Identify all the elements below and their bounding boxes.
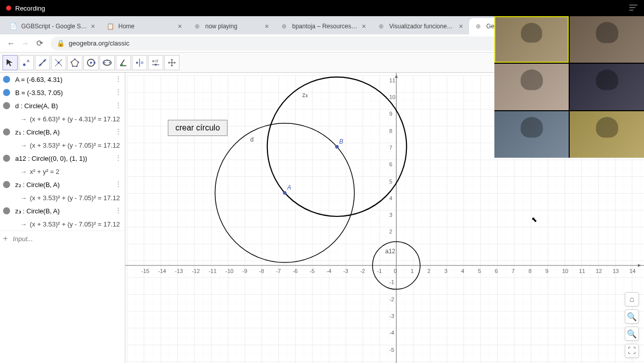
- svg-point-10: [78, 61, 79, 63]
- video-participant-1[interactable]: [494, 16, 569, 63]
- x-tick-label: 2: [428, 268, 431, 274]
- svg-text:A: A: [27, 59, 30, 63]
- visibility-toggle[interactable]: [3, 89, 10, 96]
- item-menu-icon[interactable]: ⋮: [115, 206, 122, 214]
- x-tick-label: 10: [562, 268, 568, 274]
- y-tick-label: 8: [389, 128, 392, 134]
- reload-button[interactable]: ⟳: [32, 36, 47, 51]
- home-view-button[interactable]: ⌂: [625, 292, 639, 306]
- back-button[interactable]: ←: [4, 36, 18, 51]
- item-menu-icon[interactable]: ⋮: [115, 75, 122, 83]
- browser-tab-3[interactable]: ⊕bpantoja – Resources – Geo×: [275, 18, 371, 34]
- item-menu-icon[interactable]: ⋮: [115, 154, 122, 162]
- x-tick-label: -2: [360, 268, 365, 274]
- tool-move[interactable]: [3, 55, 18, 70]
- video-participant-3[interactable]: [494, 64, 569, 110]
- mouse-cursor: ⬉: [531, 215, 537, 223]
- browser-tab-0[interactable]: 📄GGBScript - Google Slides×: [4, 18, 100, 34]
- zoom-out-button[interactable]: 🔍: [625, 327, 639, 341]
- video-participant-6[interactable]: [570, 111, 644, 158]
- x-tick-label: 7: [512, 268, 515, 274]
- browser-tab-1[interactable]: 📋Home×: [101, 18, 187, 34]
- visibility-toggle[interactable]: [3, 207, 10, 214]
- crear-circulo-button[interactable]: crear círculo: [168, 120, 227, 136]
- svg-point-22: [136, 62, 138, 64]
- video-participant-4[interactable]: [570, 64, 644, 110]
- x-tick-label: 3: [444, 268, 447, 274]
- tool-ellipse[interactable]: [100, 55, 115, 70]
- x-tick-label: 0: [394, 268, 397, 274]
- algebra-item-1[interactable]: B = (-3.53, 7.05)⋮: [0, 86, 125, 99]
- svg-point-35: [335, 145, 339, 149]
- y-tick-label: 6: [389, 161, 392, 167]
- svg-point-23: [141, 62, 143, 64]
- tool-point[interactable]: A: [19, 55, 34, 70]
- algebra-item-0[interactable]: A = (-6.63, 4.31)⋮: [0, 73, 125, 86]
- tab-title: now playing: [205, 23, 262, 30]
- x-tick-label: -11: [209, 268, 217, 274]
- svg-point-18: [104, 62, 106, 63]
- visibility-toggle[interactable]: [3, 128, 10, 135]
- tab-close-icon[interactable]: ×: [265, 22, 269, 30]
- algebra-label: a12 : Circle((0, 0), (1, 1)): [15, 155, 87, 162]
- tool-movegraph[interactable]: [164, 55, 179, 70]
- tab-close-icon[interactable]: ×: [362, 22, 366, 30]
- x-tick-label: -5: [310, 268, 315, 274]
- visibility-toggle[interactable]: [3, 76, 10, 83]
- y-tick-label: -5: [389, 347, 394, 353]
- algebra-item-3[interactable]: z₁ : Circle(B, A)⋮: [0, 125, 125, 139]
- visibility-toggle[interactable]: [3, 102, 10, 109]
- tab-close-icon[interactable]: ×: [178, 22, 182, 30]
- x-tick-label: 1: [410, 268, 413, 274]
- y-tick-label: -2: [389, 296, 394, 302]
- tool-reflect[interactable]: [132, 55, 147, 70]
- fullscreen-button[interactable]: ⛶: [625, 344, 639, 358]
- tab-title: Visualizador funciones 2 – G: [389, 23, 456, 30]
- item-menu-icon[interactable]: ⋮: [115, 101, 122, 109]
- tool-angle[interactable]: [116, 55, 131, 70]
- algebra-formula: (x + 6.63)² + (y - 4.31)² = 17.12: [30, 115, 120, 123]
- algebra-item-5[interactable]: z₂ : Circle(B, A)⋮: [0, 178, 125, 191]
- algebra-formula: (x + 3.53)² + (y - 7.05)² = 17.12: [30, 194, 120, 202]
- item-menu-icon[interactable]: ⋮: [115, 88, 122, 96]
- algebra-formula: (x + 3.53)² + (y - 7.05)² = 17.12: [30, 142, 120, 149]
- algebra-label: B = (-3.53, 7.05): [15, 89, 63, 97]
- algebra-item-4[interactable]: a12 : Circle((0, 0), (1, 1))⋮: [0, 152, 125, 165]
- tool-line[interactable]: [35, 55, 50, 70]
- algebra-input[interactable]: [13, 235, 122, 243]
- svg-point-7: [58, 62, 60, 64]
- algebra-item-2[interactable]: d : Circle(A, B)⋮: [0, 99, 125, 112]
- svg-point-19: [109, 62, 111, 63]
- video-participant-5[interactable]: [494, 111, 569, 158]
- forward-button[interactable]: →: [18, 36, 32, 51]
- tool-perpendicular[interactable]: [51, 55, 66, 70]
- plus-icon[interactable]: +: [3, 234, 8, 243]
- y-tick-label: 3: [389, 212, 392, 218]
- tab-favicon-icon: ⊕: [474, 22, 482, 30]
- svg-point-12: [72, 65, 74, 67]
- x-tick-label: 13: [613, 268, 619, 274]
- tool-slider[interactable]: a=2: [148, 55, 163, 70]
- x-tick-label: -8: [259, 268, 264, 274]
- tab-favicon-icon: 📄: [9, 22, 17, 30]
- label-B: B: [339, 138, 343, 145]
- item-menu-icon[interactable]: ⋮: [115, 180, 122, 188]
- tab-close-icon[interactable]: ×: [91, 22, 95, 30]
- tab-favicon-icon: ⊕: [377, 22, 385, 30]
- tab-close-icon[interactable]: ×: [459, 22, 463, 30]
- svg-marker-8: [71, 59, 78, 66]
- browser-tab-2[interactable]: ⊕now playing×: [188, 18, 274, 34]
- browser-tab-4[interactable]: ⊕Visualizador funciones 2 – G×: [372, 18, 468, 34]
- item-menu-icon[interactable]: ⋮: [115, 127, 122, 135]
- tool-polygon[interactable]: [67, 55, 82, 70]
- visibility-toggle[interactable]: [3, 155, 10, 162]
- tab-title: Home: [118, 23, 175, 30]
- zoom-in-button[interactable]: 🔍: [625, 309, 639, 324]
- video-participant-2[interactable]: [570, 16, 644, 63]
- visibility-toggle[interactable]: [3, 181, 10, 188]
- svg-point-4: [43, 60, 45, 62]
- algebra-item-6[interactable]: z₃ : Circle(B, A)⋮: [0, 204, 125, 217]
- x-tick-label: 9: [545, 268, 548, 274]
- tab-favicon-icon: ⊕: [193, 22, 201, 30]
- tool-circle[interactable]: [83, 55, 99, 70]
